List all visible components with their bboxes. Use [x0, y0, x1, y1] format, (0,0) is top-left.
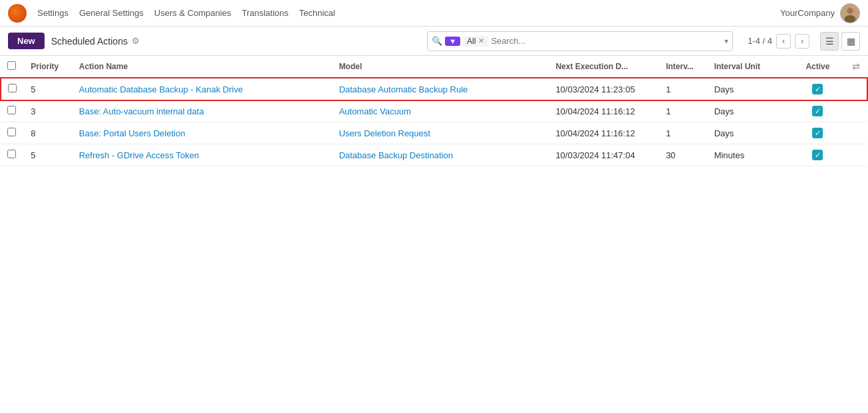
table-row[interactable]: 5 Refresh - GDrive Access Token Database… [1, 144, 867, 166]
col-header-next-exec[interactable]: Next Execution D... [549, 56, 659, 78]
svg-point-1 [847, 7, 853, 13]
active-check-icon: ✓ [812, 150, 823, 160]
select-all-checkbox[interactable] [7, 61, 16, 70]
row-checkbox-cell [1, 144, 24, 166]
calendar-view-button[interactable]: ▦ [841, 32, 860, 51]
row-checkbox[interactable] [7, 106, 16, 114]
row-extra [845, 78, 867, 100]
action-name-link[interactable]: Refresh - GDrive Access Token [79, 150, 199, 160]
nav-settings[interactable]: Settings [37, 8, 69, 18]
top-navigation: Settings General Settings Users & Compan… [0, 0, 868, 27]
row-checkbox-cell [1, 78, 24, 100]
row-model[interactable]: Users Deletion Request [333, 122, 549, 144]
row-priority: 8 [24, 122, 72, 144]
list-view-button[interactable]: ☰ [820, 32, 839, 51]
row-interval: 1 [659, 122, 708, 144]
avatar [840, 3, 860, 23]
row-next-execution: 10/03/2024 11:23:05 [549, 78, 659, 100]
search-dropdown-icon[interactable]: ▾ [724, 37, 728, 46]
filter-clear-icon[interactable]: ✕ [478, 37, 484, 45]
filter-all-label: All [467, 37, 476, 46]
row-action-name[interactable]: Base: Auto-vacuum internal data [72, 100, 333, 122]
table-row[interactable]: 8 Base: Portal Users Deletion Users Dele… [1, 122, 867, 144]
row-interval: 30 [659, 144, 708, 166]
scheduled-actions-table: Priority Action Name Model Next Executio… [0, 56, 868, 166]
row-model[interactable]: Database Automatic Backup Rule [333, 78, 549, 100]
row-priority: 3 [24, 100, 72, 122]
nav-technical[interactable]: Technical [299, 8, 335, 18]
row-checkbox-cell [1, 122, 24, 144]
svg-point-2 [845, 15, 856, 22]
row-next-execution: 10/03/2024 11:47:04 [549, 144, 659, 166]
page-title-area: Scheduled Actions ⚙ [51, 36, 140, 47]
row-model[interactable]: Database Backup Destination [333, 144, 549, 166]
row-active[interactable]: ✓ [790, 100, 845, 122]
col-header-action-name[interactable]: Action Name [72, 56, 333, 78]
filter-all-tag[interactable]: All ✕ [463, 36, 488, 47]
pagination-text: 1-4 / 4 [748, 36, 772, 46]
settings-gear-icon[interactable]: ⚙ [132, 36, 140, 46]
row-priority: 5 [24, 144, 72, 166]
col-header-priority[interactable]: Priority [24, 56, 72, 78]
row-action-name[interactable]: Refresh - GDrive Access Token [72, 144, 333, 166]
table-header-row: Priority Action Name Model Next Executio… [1, 56, 867, 78]
row-checkbox[interactable] [7, 150, 16, 158]
action-bar: New Scheduled Actions ⚙ 🔍 ▼ All ✕ ▾ 1-4 … [0, 27, 868, 56]
new-button[interactable]: New [8, 33, 45, 49]
view-toggle: ☰ ▦ [820, 32, 860, 51]
model-link[interactable]: Automatic Vacuum [339, 106, 411, 116]
row-interval: 1 [659, 100, 708, 122]
pagination-next-button[interactable]: › [795, 34, 809, 49]
table-row[interactable]: 3 Base: Auto-vacuum internal data Automa… [1, 100, 867, 122]
nav-users-companies[interactable]: Users & Companies [154, 8, 231, 18]
row-interval-unit: Days [708, 78, 790, 100]
row-active[interactable]: ✓ [790, 78, 845, 100]
row-extra [845, 100, 867, 122]
col-header-interval[interactable]: Interv... [659, 56, 708, 78]
search-icon: 🔍 [432, 36, 442, 46]
col-header-active: Active [790, 56, 845, 78]
row-interval-unit: Days [708, 122, 790, 144]
search-bar: 🔍 ▼ All ✕ ▾ [427, 31, 733, 51]
row-active[interactable]: ✓ [790, 122, 845, 144]
action-name-link[interactable]: Base: Auto-vacuum internal data [79, 106, 204, 116]
user-menu[interactable]: YourCompany [780, 3, 860, 23]
row-priority: 5 [24, 78, 72, 100]
row-next-execution: 10/04/2024 11:16:12 [549, 100, 659, 122]
action-name-link[interactable]: Automatic Database Backup - Kanak Drive [79, 84, 243, 94]
model-link[interactable]: Database Automatic Backup Rule [339, 84, 468, 94]
row-action-name[interactable]: Base: Portal Users Deletion [72, 122, 333, 144]
row-checkbox[interactable] [7, 128, 16, 136]
page-title-text: Scheduled Actions [51, 36, 128, 47]
pagination-prev-button[interactable]: ‹ [776, 34, 791, 49]
row-checkbox[interactable] [8, 84, 17, 92]
col-header-interval-unit[interactable]: Interval Unit [708, 56, 790, 78]
column-settings-icon[interactable]: ⇄ [852, 61, 860, 72]
nav-general-settings[interactable]: General Settings [79, 8, 144, 18]
active-check-icon: ✓ [812, 128, 823, 138]
nav-translations[interactable]: Translations [241, 8, 288, 18]
row-next-execution: 10/04/2024 11:16:12 [549, 122, 659, 144]
filter-active-badge: ▼ [445, 37, 460, 46]
row-checkbox-cell [1, 100, 24, 122]
row-active[interactable]: ✓ [790, 144, 845, 166]
table-row[interactable]: 5 Automatic Database Backup - Kanak Driv… [1, 78, 867, 100]
search-input[interactable] [491, 36, 722, 46]
active-check-icon: ✓ [812, 84, 823, 94]
action-name-link[interactable]: Base: Portal Users Deletion [79, 128, 186, 138]
row-model[interactable]: Automatic Vacuum [333, 100, 549, 122]
pagination-area: 1-4 / 4 ‹ › [748, 34, 809, 49]
col-header-model[interactable]: Model [333, 56, 549, 78]
model-link[interactable]: Users Deletion Request [339, 128, 430, 138]
active-check-icon: ✓ [812, 106, 823, 116]
row-extra [845, 144, 867, 166]
row-extra [845, 122, 867, 144]
row-interval: 1 [659, 78, 708, 100]
user-name: YourCompany [780, 8, 835, 18]
row-action-name[interactable]: Automatic Database Backup - Kanak Drive [72, 78, 333, 100]
row-interval-unit: Minutes [708, 144, 790, 166]
row-interval-unit: Days [708, 100, 790, 122]
model-link[interactable]: Database Backup Destination [339, 150, 453, 160]
app-logo[interactable] [8, 4, 27, 23]
